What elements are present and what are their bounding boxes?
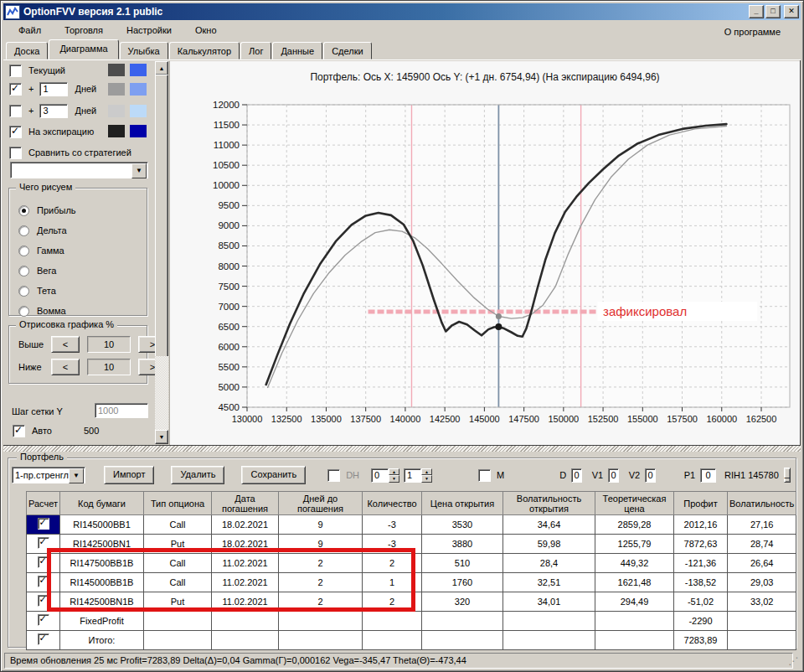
radio-button[interactable] (18, 306, 29, 317)
scrollbar-thumb[interactable] (155, 75, 168, 358)
row-checkbox[interactable] (38, 537, 49, 549)
menu-item-about[interactable]: О программе (716, 24, 789, 39)
cell-profit: 2012,16 (674, 515, 728, 535)
radio-button[interactable] (18, 266, 29, 277)
spin-up-icon[interactable]: ▲ (389, 468, 399, 476)
tab-item[interactable]: Улыбка (120, 42, 168, 59)
draw-group-title: Чего рисуем (16, 182, 75, 192)
svg-text:6500: 6500 (218, 322, 240, 332)
column-header: Количество (363, 492, 422, 515)
below-decrease-button[interactable]: < (51, 359, 80, 375)
spin-down-icon[interactable]: ▼ (389, 475, 399, 483)
preset-dropdown[interactable]: 1-пр.стренгл ▼ (12, 467, 85, 483)
tab-item[interactable]: Доска (6, 42, 48, 59)
import-button[interactable]: Импорт (104, 466, 154, 484)
table-header-row: РасчетКод бумагиТип опционаДата погашени… (27, 492, 796, 515)
plus3-checkbox[interactable] (9, 105, 22, 117)
expiration-label: На экспирацию (28, 127, 94, 137)
tab-item[interactable]: Сделки (323, 42, 372, 59)
grid-step-input[interactable] (95, 403, 148, 418)
close-button[interactable]: ✕ (784, 5, 799, 18)
column-header: Дата погашения (212, 492, 279, 515)
cell-vol: 28,74 (728, 535, 796, 554)
dh-checkbox[interactable] (327, 469, 340, 482)
p1-field[interactable]: 0 (700, 468, 716, 483)
collapse-button[interactable]: _ (784, 468, 791, 483)
cell-type (144, 631, 212, 650)
radio-button[interactable] (18, 225, 29, 236)
draw-option-row: Тета (18, 281, 76, 301)
title-bar[interactable]: OptionFVV версия 2.1 public _ □ ✕ (3, 3, 801, 20)
radio-button[interactable] (18, 286, 29, 297)
cell-open_vol: 28,4 (503, 554, 595, 573)
row-checkbox[interactable] (38, 614, 49, 626)
compare-strategy-checkbox[interactable] (9, 147, 22, 159)
cell-theo: 2859,28 (595, 515, 674, 535)
tab-item[interactable]: Данные (272, 42, 322, 59)
dh-spinner-1[interactable]: 0 ▲▼ (371, 468, 399, 483)
row-checkbox[interactable] (38, 518, 49, 530)
current-checkbox[interactable] (9, 65, 22, 77)
table-row[interactable]: FixedProfit-2290 (27, 612, 796, 631)
cell-vol (728, 631, 796, 650)
close-icon: ✕ (788, 7, 795, 15)
delete-button[interactable]: Удалить (171, 466, 224, 484)
cell-profit: 7872,63 (674, 535, 728, 554)
spin-down-icon[interactable]: ▼ (421, 475, 432, 483)
column-header: Цена открытия (422, 492, 503, 515)
scroll-up-icon[interactable]: ▲ (155, 61, 168, 75)
auto-checkbox[interactable] (13, 425, 25, 437)
svg-text:132500: 132500 (271, 414, 302, 424)
svg-text:12000: 12000 (213, 100, 240, 110)
menu-item[interactable]: Окно (187, 23, 225, 38)
minimize-button[interactable]: _ (749, 5, 764, 18)
instrument-label: RIH1 145780 (724, 470, 779, 480)
radio-button[interactable] (18, 205, 29, 216)
chevron-down-icon[interactable]: ▼ (69, 468, 84, 483)
above-decrease-button[interactable]: < (51, 336, 80, 353)
dh-spinner-2[interactable]: 1 ▲▼ (404, 468, 432, 483)
table-row[interactable]: Итого:7283,89 (27, 631, 796, 650)
save-button[interactable]: Сохранить (241, 466, 306, 484)
plus1-checkbox[interactable] (9, 83, 22, 96)
maximize-button[interactable]: □ (765, 5, 781, 18)
profit-chart[interactable]: зафиксировал4500500055006000650070007500… (171, 89, 799, 444)
plus3-days-input[interactable] (39, 104, 68, 118)
menu-item[interactable]: Торговля (56, 23, 111, 38)
strategy-dropdown[interactable]: ▼ (10, 162, 148, 178)
plus1-days-input[interactable] (39, 82, 68, 96)
cell-theo: 1255,79 (595, 535, 674, 554)
cell-profit: -51,02 (674, 592, 728, 612)
v2-field[interactable]: 0 (645, 468, 656, 483)
m-checkbox[interactable] (478, 469, 491, 482)
cell-open (422, 631, 503, 650)
spin-up-icon[interactable]: ▲ (421, 468, 432, 476)
menu-item[interactable]: Настройки (118, 23, 180, 38)
expiration-checkbox[interactable] (9, 126, 22, 138)
resize-grip[interactable]: ⋰ (788, 656, 799, 667)
tab-active[interactable]: Диаграмма (49, 39, 118, 59)
scroll-down-icon[interactable]: ▼ (155, 430, 168, 444)
cell-open_vol: 59,98 (503, 535, 595, 554)
tab-item[interactable]: Калькулятор (169, 42, 240, 59)
draw-option-label: Гамма (37, 246, 64, 256)
splitter-handle[interactable] (3, 446, 801, 452)
cell-vol: 33,02 (728, 592, 796, 612)
cell-profit: -121,36 (674, 554, 728, 573)
cell-profit: -138,52 (674, 573, 728, 592)
menu-item[interactable]: Файл (10, 23, 49, 38)
row-checkbox[interactable] (38, 633, 49, 645)
table-row[interactable]: RI145000BB1Call18.02.20219-3353034,64285… (27, 515, 796, 535)
radio-button[interactable] (18, 246, 29, 256)
dh-label: DH (346, 470, 359, 480)
svg-text:155000: 155000 (627, 414, 658, 424)
cell-theo: 449,32 (595, 554, 674, 573)
v1-field[interactable]: 0 (608, 468, 619, 483)
d-field[interactable]: 0 (571, 468, 582, 483)
tab-item[interactable]: Лог (240, 42, 271, 59)
svg-text:11500: 11500 (214, 120, 240, 130)
plus-sign: + (28, 84, 34, 94)
sidebar-scrollbar[interactable]: ▲ ▼ (155, 61, 168, 444)
scrollbar-track[interactable] (155, 356, 168, 430)
chevron-down-icon[interactable]: ▼ (131, 163, 147, 178)
